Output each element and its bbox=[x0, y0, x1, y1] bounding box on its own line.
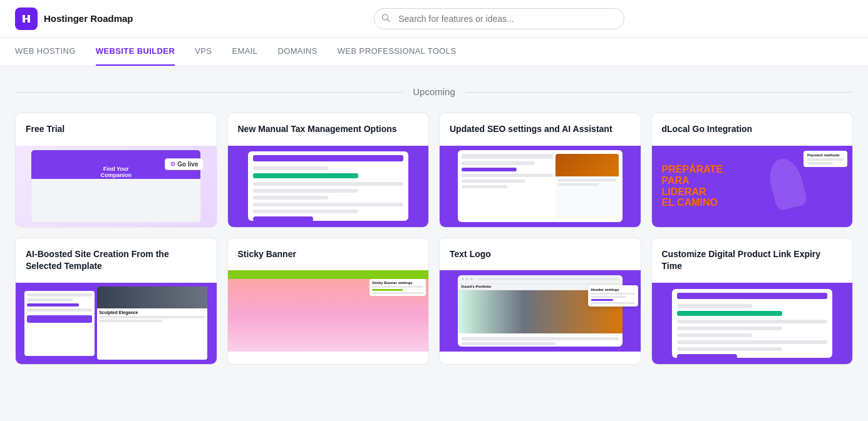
logo-icon bbox=[15, 8, 38, 30]
ai-row-2 bbox=[27, 298, 73, 302]
card-sticky-banner[interactable]: Sticky Banner Kristine Sticky Banner set… bbox=[227, 238, 430, 365]
card-title-2: New Manual Tax Management Options bbox=[238, 123, 419, 136]
card-title-area-8: Customize Digital Product Link Expiry Ti… bbox=[652, 238, 853, 283]
card-image-tax bbox=[228, 146, 429, 227]
card-image-text-logo: David's Portfolio Header settings bbox=[440, 270, 641, 352]
payment-row-1 bbox=[807, 158, 844, 161]
sneaker-decoration bbox=[765, 155, 808, 211]
hs-row-4 bbox=[591, 302, 635, 304]
digital-form-mock bbox=[672, 289, 832, 358]
card-image-digital bbox=[652, 283, 853, 364]
card-title-area-2: New Manual Tax Management Options bbox=[228, 113, 429, 146]
tax-form-mock bbox=[248, 151, 408, 221]
ai-button bbox=[27, 315, 92, 323]
card-title-area: Free Trial bbox=[16, 113, 217, 146]
dot-3 bbox=[470, 278, 473, 280]
card-title-8: Customize Digital Product Link Expiry Ti… bbox=[662, 248, 843, 273]
card-customize-digital[interactable]: Customize Digital Product Link Expiry Ti… bbox=[651, 238, 854, 365]
sticky-settings-box: Sticky Banner settings bbox=[369, 279, 426, 296]
sticky-row-1 bbox=[372, 286, 423, 288]
ai-right-panel: Sculpted Elegance bbox=[97, 287, 207, 360]
svg-point-3 bbox=[172, 163, 173, 165]
header-settings-overlay: Header settings bbox=[588, 285, 638, 307]
promo-text: PREPÁRATEPARALIDERAREL CAMINO bbox=[662, 164, 723, 208]
card-free-trial[interactable]: Free Trial Find YourCompanion Go live bbox=[15, 113, 217, 228]
card-title-area-5: AI-Boosted Site Creation From the Select… bbox=[16, 238, 217, 283]
payment-methods-box: Payment methods bbox=[803, 151, 847, 167]
card-image-sticky: Kristine Sticky Banner settings bbox=[228, 270, 429, 352]
ai-row-3 bbox=[27, 303, 79, 307]
mock-find-text: Find YourCompanion bbox=[100, 166, 132, 178]
portfolio-name: David's Portfolio bbox=[462, 285, 491, 288]
dlocal-inner: PREPÁRATEPARALIDERAREL CAMINO Payment me… bbox=[652, 146, 853, 227]
ai-line-1 bbox=[99, 316, 205, 318]
ai-left-panel bbox=[24, 291, 95, 356]
sticky-top-bar bbox=[228, 270, 429, 279]
section-heading: Upcoming bbox=[15, 86, 853, 98]
card-updated-seo[interactable]: Updated SEO settings and AI Assistant bbox=[439, 113, 641, 228]
tab-email[interactable]: EMAIL bbox=[232, 38, 257, 66]
search-bar bbox=[374, 8, 624, 29]
seo-left bbox=[462, 154, 553, 218]
app-header: Hostinger Roadmap bbox=[0, 0, 868, 38]
url-bar bbox=[477, 278, 619, 280]
card-title-3: Updated SEO settings and AI Assistant bbox=[450, 123, 631, 136]
svg-line-1 bbox=[388, 19, 390, 22]
card-title-area-7: Text Logo bbox=[440, 238, 641, 271]
sticky-settings-title: Sticky Banner settings bbox=[372, 281, 423, 285]
header-settings-label: Header settings bbox=[591, 288, 635, 292]
card-title-6: Sticky Banner bbox=[238, 248, 419, 261]
card-image-free-trial: Find YourCompanion Go live bbox=[16, 146, 217, 227]
card-image-ai: Sculpted Elegance bbox=[16, 283, 217, 364]
ai-text-area: Sculpted Elegance bbox=[97, 308, 207, 325]
logo-area: Hostinger Roadmap bbox=[15, 8, 133, 30]
card-new-manual-tax[interactable]: New Manual Tax Management Options bbox=[227, 113, 430, 228]
ai-row-4 bbox=[27, 308, 92, 312]
ai-line-2 bbox=[99, 320, 163, 322]
portfolio-header-bar bbox=[458, 275, 623, 284]
hs-row-3 bbox=[591, 299, 613, 301]
portfolio-footer bbox=[458, 333, 623, 347]
go-live-button: Go live bbox=[165, 158, 204, 170]
cards-grid: Free Trial Find YourCompanion Go live Ne… bbox=[15, 113, 853, 365]
card-title-area-4: dLocal Go Integration bbox=[652, 113, 853, 146]
seo-right bbox=[555, 154, 618, 218]
card-image-seo bbox=[440, 146, 641, 227]
card-title-5: AI-Boosted Site Creation From the Select… bbox=[26, 248, 207, 273]
card-title: Free Trial bbox=[26, 123, 207, 136]
sculpted-text: Sculpted Elegance bbox=[99, 310, 205, 315]
hs-row-2 bbox=[591, 296, 626, 298]
nav-tabs: WEB HOSTING WEBSITE BUILDER VPS EMAIL DO… bbox=[0, 38, 868, 66]
go-live-label: Go live bbox=[177, 161, 198, 168]
search-input[interactable] bbox=[374, 8, 624, 29]
hs-row-1 bbox=[591, 293, 635, 295]
payment-row-2 bbox=[807, 162, 833, 165]
sticky-row-3 bbox=[372, 292, 423, 294]
card-dlocal[interactable]: dLocal Go Integration PREPÁRATEPARALIDER… bbox=[651, 113, 854, 228]
search-icon bbox=[381, 13, 390, 24]
tab-vps[interactable]: VPS bbox=[195, 38, 212, 66]
card-title-7: Text Logo bbox=[450, 248, 631, 261]
card-title-area-6: Sticky Banner bbox=[228, 238, 429, 271]
section-label: Upcoming bbox=[403, 86, 465, 97]
tab-web-professional-tools[interactable]: WEB PROFESSIONAL TOOLS bbox=[338, 38, 457, 66]
tab-web-hosting[interactable]: WEB HOSTING bbox=[15, 38, 76, 66]
sticky-row-2 bbox=[372, 289, 403, 291]
card-title-area-3: Updated SEO settings and AI Assistant bbox=[440, 113, 641, 146]
dot-2 bbox=[466, 278, 468, 280]
app-title: Hostinger Roadmap bbox=[44, 13, 133, 24]
seo-mock bbox=[458, 150, 623, 221]
card-image-dlocal: PREPÁRATEPARALIDERAREL CAMINO Payment me… bbox=[652, 146, 853, 227]
portfolio-line-2 bbox=[462, 342, 555, 345]
tab-domains[interactable]: DOMAINS bbox=[277, 38, 317, 66]
dot-1 bbox=[462, 278, 464, 280]
card-text-logo[interactable]: Text Logo David's Portfolio bbox=[439, 238, 641, 365]
card-title-4: dLocal Go Integration bbox=[662, 123, 843, 136]
ai-img-area bbox=[97, 287, 207, 308]
payment-label: Payment methods bbox=[807, 153, 844, 157]
tab-website-builder[interactable]: WEBSITE BUILDER bbox=[96, 38, 175, 66]
ai-row bbox=[27, 293, 92, 297]
portfolio-line-1 bbox=[462, 337, 619, 340]
card-ai-boosted[interactable]: AI-Boosted Site Creation From the Select… bbox=[15, 238, 217, 365]
main-content: Upcoming Free Trial Find YourCompanion G… bbox=[0, 66, 868, 385]
